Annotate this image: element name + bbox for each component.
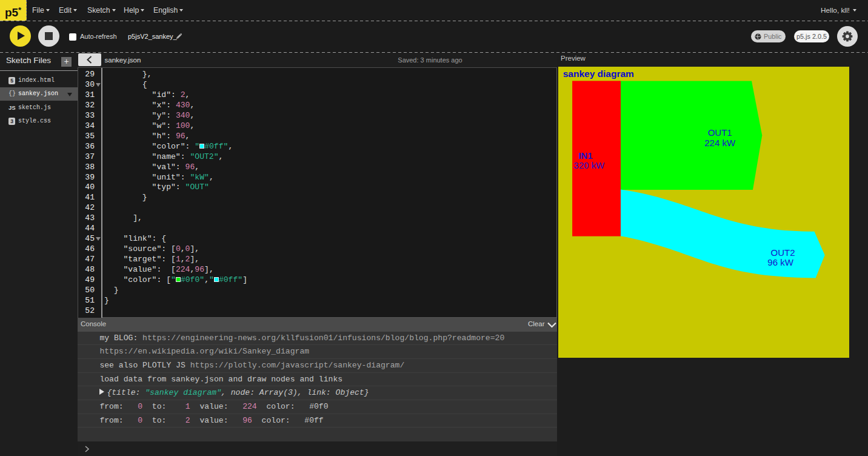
svg-text:224 kW: 224 kW [704,138,736,148]
svg-text:OUT1: OUT1 [708,127,732,138]
svg-text:320 kW: 320 kW [573,160,605,170]
svg-text:IN1: IN1 [578,150,592,161]
svg-text:OUT2: OUT2 [771,247,795,258]
svg-text:sankey diagram: sankey diagram [563,69,634,79]
svg-text:96 kW: 96 kW [767,257,793,267]
